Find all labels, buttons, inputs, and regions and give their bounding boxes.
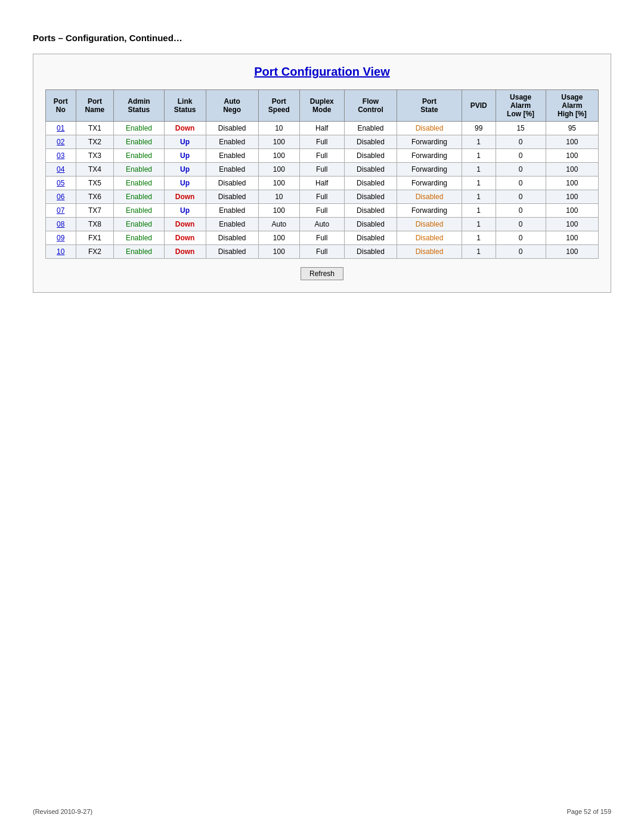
duplex-mode-cell: Half [299, 176, 344, 190]
col-link-status: LinkStatus [164, 90, 206, 122]
flow-control-cell: Disabled [344, 163, 397, 176]
admin-status-cell: Enabled [114, 218, 164, 231]
port-no-cell[interactable]: 08 [46, 218, 76, 231]
link-status-cell: Up [164, 163, 206, 176]
footer-left: (Revised 2010-9-27) [33, 808, 92, 815]
port-speed-cell: 100 [258, 204, 299, 218]
admin-status-cell: Enabled [114, 190, 164, 204]
flow-control-cell: Disabled [344, 135, 397, 149]
flow-control-cell: Disabled [344, 204, 397, 218]
port-no-cell[interactable]: 03 [46, 149, 76, 163]
alarm-high-cell: 100 [546, 149, 598, 163]
port-no-cell[interactable]: 02 [46, 135, 76, 149]
col-port-speed: PortSpeed [258, 90, 299, 122]
alarm-high-cell: 100 [546, 190, 598, 204]
alarm-low-cell: 0 [496, 231, 546, 245]
admin-status-cell: Enabled [114, 204, 164, 218]
pvid-cell: 1 [462, 163, 496, 176]
pvid-cell: 1 [462, 204, 496, 218]
alarm-low-cell: 0 [496, 204, 546, 218]
duplex-mode-cell: Full [299, 135, 344, 149]
duplex-mode-cell: Full [299, 245, 344, 259]
table-row: 04TX4EnabledUpEnabled100FullDisabledForw… [46, 163, 599, 176]
port-name-cell: TX8 [76, 218, 114, 231]
admin-status-cell: Enabled [114, 176, 164, 190]
pvid-cell: 1 [462, 231, 496, 245]
port-speed-cell: 10 [258, 190, 299, 204]
alarm-high-cell: 100 [546, 176, 598, 190]
alarm-low-cell: 0 [496, 245, 546, 259]
auto-nego-cell: Enabled [206, 218, 258, 231]
footer-right: Page 52 of 159 [566, 808, 611, 815]
port-name-cell: TX1 [76, 122, 114, 135]
port-name-cell: TX6 [76, 190, 114, 204]
pvid-cell: 99 [462, 122, 496, 135]
alarm-low-cell: 0 [496, 163, 546, 176]
duplex-mode-cell: Full [299, 149, 344, 163]
port-config-table: PortNo PortName AdminStatus LinkStatus A… [45, 89, 599, 259]
table-row: 08TX8EnabledDownEnabledAutoAutoDisabledD… [46, 218, 599, 231]
port-name-cell: TX7 [76, 204, 114, 218]
link-status-cell: Up [164, 149, 206, 163]
port-speed-cell: 100 [258, 231, 299, 245]
flow-control-cell: Disabled [344, 190, 397, 204]
duplex-mode-cell: Auto [299, 218, 344, 231]
alarm-high-cell: 100 [546, 135, 598, 149]
flow-control-cell: Disabled [344, 176, 397, 190]
pvid-cell: 1 [462, 135, 496, 149]
link-status-cell: Up [164, 135, 206, 149]
link-status-cell: Down [164, 218, 206, 231]
alarm-high-cell: 100 [546, 163, 598, 176]
port-state-cell: Disabled [397, 245, 462, 259]
auto-nego-cell: Enabled [206, 204, 258, 218]
auto-nego-cell: Enabled [206, 135, 258, 149]
port-state-cell: Forwarding [397, 176, 462, 190]
col-alarm-low: UsageAlarmLow [%] [496, 90, 546, 122]
table-header-row: PortNo PortName AdminStatus LinkStatus A… [46, 90, 599, 122]
port-state-cell: Forwarding [397, 149, 462, 163]
alarm-low-cell: 0 [496, 218, 546, 231]
port-no-cell[interactable]: 04 [46, 163, 76, 176]
pvid-cell: 1 [462, 245, 496, 259]
port-name-cell: FX1 [76, 231, 114, 245]
port-no-cell[interactable]: 01 [46, 122, 76, 135]
refresh-row: Refresh [45, 267, 599, 280]
port-name-cell: TX3 [76, 149, 114, 163]
auto-nego-cell: Disabled [206, 122, 258, 135]
alarm-high-cell: 100 [546, 231, 598, 245]
port-speed-cell: 100 [258, 176, 299, 190]
auto-nego-cell: Disabled [206, 245, 258, 259]
col-alarm-high: UsageAlarmHigh [%] [546, 90, 598, 122]
refresh-button[interactable]: Refresh [301, 267, 343, 280]
col-pvid: PVID [462, 90, 496, 122]
link-status-cell: Up [164, 204, 206, 218]
col-auto-nego: AutoNego [206, 90, 258, 122]
port-no-cell[interactable]: 06 [46, 190, 76, 204]
pvid-cell: 1 [462, 190, 496, 204]
admin-status-cell: Enabled [114, 231, 164, 245]
duplex-mode-cell: Half [299, 122, 344, 135]
alarm-high-cell: 95 [546, 122, 598, 135]
alarm-high-cell: 100 [546, 218, 598, 231]
port-state-cell: Disabled [397, 190, 462, 204]
port-speed-cell: 100 [258, 135, 299, 149]
table-row: 06TX6EnabledDownDisabled10FullDisabledDi… [46, 190, 599, 204]
table-row: 01TX1EnabledDownDisabled10HalfEnabledDis… [46, 122, 599, 135]
col-flow-control: FlowControl [344, 90, 397, 122]
auto-nego-cell: Enabled [206, 163, 258, 176]
port-no-cell[interactable]: 10 [46, 245, 76, 259]
auto-nego-cell: Disabled [206, 231, 258, 245]
pvid-cell: 1 [462, 218, 496, 231]
alarm-low-cell: 0 [496, 190, 546, 204]
table-row: 09FX1EnabledDownDisabled100FullDisabledD… [46, 231, 599, 245]
table-row: 02TX2EnabledUpEnabled100FullDisabledForw… [46, 135, 599, 149]
port-no-cell[interactable]: 09 [46, 231, 76, 245]
port-no-cell[interactable]: 07 [46, 204, 76, 218]
flow-control-cell: Disabled [344, 231, 397, 245]
admin-status-cell: Enabled [114, 149, 164, 163]
alarm-low-cell: 15 [496, 122, 546, 135]
port-no-cell[interactable]: 05 [46, 176, 76, 190]
table-row: 05TX5EnabledUpDisabled100HalfDisabledFor… [46, 176, 599, 190]
alarm-low-cell: 0 [496, 149, 546, 163]
alarm-high-cell: 100 [546, 204, 598, 218]
